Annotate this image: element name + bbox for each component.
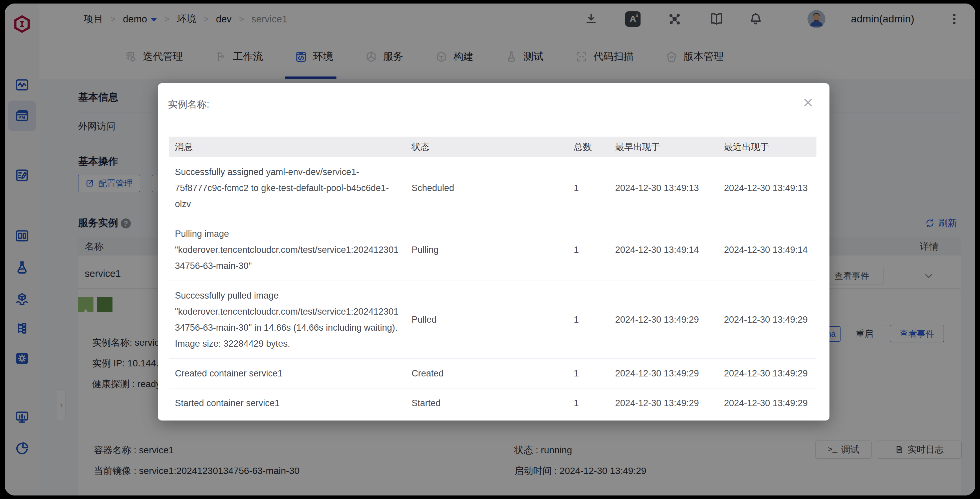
event-row: Pulling image "koderover.tencentcloudcr.… xyxy=(169,219,816,281)
event-message: Successfully pulled image "koderover.ten… xyxy=(169,281,406,359)
event-count: 1 xyxy=(568,157,609,219)
event-status: Scheduled xyxy=(406,157,568,219)
events-modal: 实例名称: 消息 状态 总数 最早出现于 最近出现于 Succ xyxy=(158,83,829,421)
event-status: Pulling xyxy=(406,219,568,281)
event-first-seen: 2024-12-30 13:49:29 xyxy=(609,389,718,418)
modal-title: 实例名称: xyxy=(168,98,209,111)
event-last-seen: 2024-12-30 13:49:13 xyxy=(718,157,816,219)
close-icon[interactable] xyxy=(802,97,814,108)
event-row: Successfully assigned yaml-env-dev/servi… xyxy=(169,157,816,219)
events-table-header-row: 消息 状态 总数 最早出现于 最近出现于 xyxy=(169,137,816,157)
col-message: 消息 xyxy=(169,137,406,157)
event-first-seen: 2024-12-30 13:49:29 xyxy=(609,281,718,359)
col-last-seen: 最近出现于 xyxy=(718,137,816,157)
event-message: Successfully assigned yaml-env-dev/servi… xyxy=(169,157,406,219)
event-row: Started container service1 Started 1 202… xyxy=(169,389,816,418)
event-row: Successfully pulled image "koderover.ten… xyxy=(169,281,816,359)
events-table: 消息 状态 总数 最早出现于 最近出现于 Successfully assign… xyxy=(169,137,816,418)
event-message: Created container service1 xyxy=(169,359,406,389)
event-message: Started container service1 xyxy=(169,389,406,418)
event-last-seen: 2024-12-30 13:49:29 xyxy=(718,389,816,418)
event-last-seen: 2024-12-30 13:49:29 xyxy=(718,359,816,389)
event-message: Pulling image "koderover.tencentcloudcr.… xyxy=(169,219,406,281)
event-count: 1 xyxy=(568,389,609,418)
event-row: Created container service1 Created 1 202… xyxy=(169,359,816,389)
event-last-seen: 2024-12-30 13:49:29 xyxy=(718,281,816,359)
event-first-seen: 2024-12-30 13:49:13 xyxy=(609,157,718,219)
event-count: 1 xyxy=(568,219,609,281)
event-status: Pulled xyxy=(406,281,568,359)
col-count: 总数 xyxy=(568,137,609,157)
event-last-seen: 2024-12-30 13:49:14 xyxy=(718,219,816,281)
event-first-seen: 2024-12-30 13:49:29 xyxy=(609,359,718,389)
col-status: 状态 xyxy=(406,137,568,157)
event-status: Created xyxy=(406,359,568,389)
event-count: 1 xyxy=(568,359,609,389)
event-status: Started xyxy=(406,389,568,418)
app-window: PM xyxy=(5,3,975,496)
event-count: 1 xyxy=(568,281,609,359)
col-first-seen: 最早出现于 xyxy=(609,137,718,157)
event-first-seen: 2024-12-30 13:49:14 xyxy=(609,219,718,281)
